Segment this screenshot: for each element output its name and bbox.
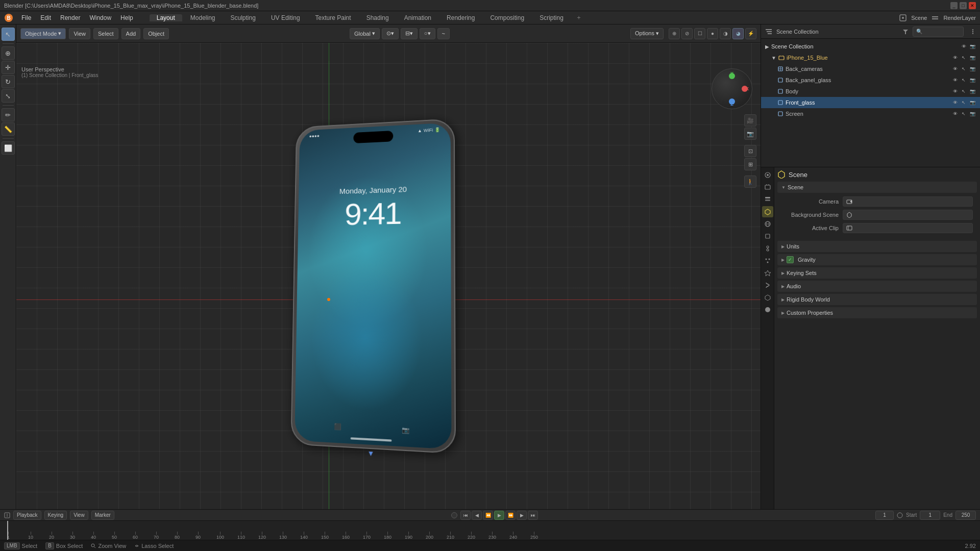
walkthrough-mode[interactable]: 🚶 xyxy=(744,176,756,188)
timeline-marker-menu[interactable]: Marker xyxy=(91,511,114,520)
outliner-screen[interactable]: Screen 👁 ↖ 📷 xyxy=(761,108,980,119)
custom-properties-header[interactable]: ▶ Custom Properties xyxy=(777,307,977,318)
snapping-toggle[interactable]: ⊟▾ xyxy=(401,28,418,39)
outliner-filter-icon[interactable] xyxy=(902,29,909,35)
rendered-shading[interactable]: ◕ xyxy=(732,28,744,39)
menu-file[interactable]: File xyxy=(17,13,35,22)
back-panel-select[interactable]: ↖ xyxy=(960,77,967,84)
prop-tab-viewlayer[interactable] xyxy=(762,194,773,205)
tool-rotate[interactable]: ↻ xyxy=(2,75,15,88)
playhead[interactable] xyxy=(7,521,8,540)
screen-eye[interactable]: 👁 xyxy=(951,110,959,117)
menu-window[interactable]: Window xyxy=(85,13,115,22)
timeline-playback-menu[interactable]: Playback xyxy=(13,511,41,520)
outliner-back-panel-glass[interactable]: Back_panel_glass 👁 ↖ 📷 xyxy=(761,74,980,86)
add-workspace-button[interactable]: ＋ xyxy=(572,13,586,22)
active-clip-picker[interactable] xyxy=(843,223,973,233)
keying-sets-section-header[interactable]: ▶ Keying Sets xyxy=(777,267,977,279)
view-selected-button[interactable]: ⊡ xyxy=(744,145,756,157)
proportional-editing[interactable]: ○▾ xyxy=(420,28,435,39)
back-cameras-select[interactable]: ↖ xyxy=(960,65,967,72)
prop-tab-particles[interactable] xyxy=(762,255,773,266)
workspace-tab-compositing[interactable]: Compositing xyxy=(483,14,531,21)
units-section-header[interactable]: ▶ Units xyxy=(777,241,977,252)
workspace-tab-animation[interactable]: Animation xyxy=(397,14,438,21)
workspace-tab-modeling[interactable]: Modeling xyxy=(183,14,223,21)
outliner-body[interactable]: Body 👁 ↖ 📷 xyxy=(761,86,980,97)
eevee-cycles-toggle[interactable]: ⚡ xyxy=(745,28,756,39)
camera-to-view-button[interactable]: 📷 xyxy=(744,128,756,140)
prop-tab-material[interactable] xyxy=(762,304,773,315)
body-eye[interactable]: 👁 xyxy=(951,88,959,95)
front-glass-render[interactable]: 📷 xyxy=(969,99,976,106)
maximize-button[interactable]: □ xyxy=(960,2,967,9)
outliner-iphone-collection[interactable]: ▼ iPhone_15_Blue 👁 ↖ 📷 xyxy=(761,52,980,63)
transform-space-selector[interactable]: Global ▾ xyxy=(350,28,380,39)
viewport[interactable]: Object Mode ▾ View Select Add Object Glo… xyxy=(16,24,761,509)
menu-help[interactable]: Help xyxy=(116,13,137,22)
solid-shading[interactable]: ● xyxy=(707,28,718,39)
prev-keyframe-button[interactable]: ⏪ xyxy=(483,511,493,520)
prop-tab-physics[interactable] xyxy=(762,267,773,279)
front-glass-eye[interactable]: 👁 xyxy=(951,99,959,106)
keyframe-indicator[interactable] xyxy=(451,512,457,518)
workspace-tab-sculpting[interactable]: Sculpting xyxy=(224,14,263,21)
jump-to-start-button[interactable]: ⏮ xyxy=(460,511,471,520)
screen-select[interactable]: ↖ xyxy=(960,110,967,117)
tool-move[interactable]: ✛ xyxy=(2,61,15,74)
prop-tab-render[interactable] xyxy=(762,169,773,181)
viewport-add-menu[interactable]: Add xyxy=(121,28,141,39)
body-render[interactable]: 📷 xyxy=(969,88,976,95)
prev-frame-button[interactable]: ◀ xyxy=(472,511,482,520)
jump-to-end-button[interactable]: ⏭ xyxy=(528,511,538,520)
timeline-ruler[interactable]: 1 10 20 30 40 50 60 70 80 90 100 110 120… xyxy=(0,521,980,540)
prop-tab-object[interactable] xyxy=(762,231,773,242)
outliner-search-input[interactable] xyxy=(913,27,964,37)
outliner-front-glass[interactable]: Front_glass 👁 ↖ 📷 xyxy=(761,97,980,108)
menu-edit[interactable]: Edit xyxy=(36,13,55,22)
iphone-select-icon[interactable]: ↖ xyxy=(960,54,967,61)
back-panel-eye[interactable]: 👁 xyxy=(951,77,959,84)
prop-tab-world[interactable] xyxy=(762,218,773,230)
gravity-section-header[interactable]: ▶ ✓ Gravity xyxy=(777,254,977,265)
viewport-select-menu[interactable]: Select xyxy=(93,28,118,39)
outliner-back-cameras[interactable]: Back_cameras 👁 ↖ 📷 xyxy=(761,63,980,74)
transform-pivot-selector[interactable]: ⊙▾ xyxy=(382,28,399,39)
scene-section-header[interactable]: ▼ Scene xyxy=(777,182,977,193)
play-button[interactable]: ▶ xyxy=(494,511,504,520)
workspace-tab-rendering[interactable]: Rendering xyxy=(439,14,482,21)
timeline-view-menu[interactable]: View xyxy=(70,511,88,520)
rigid-body-world-header[interactable]: ▶ Rigid Body World xyxy=(777,294,977,305)
outliner-scene-collection[interactable]: ▶ Scene Collection 👁 📷 xyxy=(761,41,980,52)
back-cameras-eye[interactable]: 👁 xyxy=(951,65,959,72)
background-scene-picker[interactable] xyxy=(843,210,973,220)
timeline-keying-menu[interactable]: Keying xyxy=(44,511,67,520)
gravity-checkbox[interactable]: ✓ xyxy=(787,256,794,263)
viewport-object-menu[interactable]: Object xyxy=(143,28,169,39)
next-keyframe-button[interactable]: ⏩ xyxy=(505,511,516,520)
viewport-view-menu[interactable]: View xyxy=(69,28,90,39)
prop-tab-scene[interactable] xyxy=(762,206,773,217)
prop-tab-modifiers[interactable] xyxy=(762,243,773,254)
viewport-gizmo[interactable]: X Y Z xyxy=(712,68,752,109)
close-button[interactable]: ✕ xyxy=(969,2,976,9)
back-panel-render[interactable]: 📷 xyxy=(969,77,976,84)
tool-scale[interactable]: ⤡ xyxy=(2,89,15,103)
screen-render[interactable]: 📷 xyxy=(969,110,976,117)
material-shading[interactable]: ◑ xyxy=(720,28,731,39)
3d-viewport-canvas[interactable]: ●●●● ▲WiFi🔋 Monday, January 20 9:41 xyxy=(16,43,761,509)
view-all-button[interactable]: ⊞ xyxy=(744,158,756,170)
workspace-tab-scripting[interactable]: Scripting xyxy=(532,14,571,21)
tool-cursor[interactable]: ⊕ xyxy=(2,46,15,60)
viewport-xray-toggle[interactable]: ☐ xyxy=(694,28,705,39)
tool-add-cube[interactable]: ⬜ xyxy=(2,141,15,155)
path-tool[interactable]: ~ xyxy=(437,28,450,39)
workspace-tab-shading[interactable]: Shading xyxy=(359,14,396,21)
viewport-gizmo-toggle[interactable]: ⊕ xyxy=(669,28,680,39)
prop-tab-constraints[interactable] xyxy=(762,280,773,291)
outliner-options-icon[interactable] xyxy=(970,29,976,35)
audio-section-header[interactable]: ▶ Audio xyxy=(777,281,977,292)
tool-annotate[interactable]: ✏ xyxy=(2,108,15,121)
workspace-tab-uv-editing[interactable]: UV Editing xyxy=(264,14,307,21)
prop-tab-data[interactable] xyxy=(762,292,773,303)
